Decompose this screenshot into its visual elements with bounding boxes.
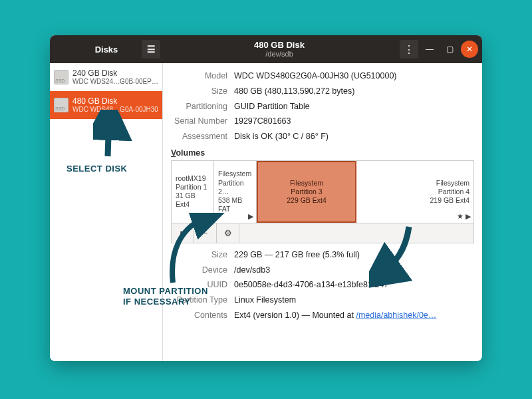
window-title: 480 GB Disk xyxy=(254,41,305,50)
main-panel: ModelWDC WDS480G2G0A-00JH30 (UG510000) S… xyxy=(163,63,482,361)
disk-item-model: WDC WDS48…G0A-00JH30 xyxy=(72,106,158,113)
disk-item-model: WDC WDS24…G0B-00EPW0 xyxy=(72,78,158,85)
label-contents: Contents xyxy=(171,309,234,322)
label-assessment: Assessment xyxy=(171,130,234,143)
contents-text: Ext4 (version 1.0) — Mounted at xyxy=(234,311,356,320)
ssd-icon: SSD xyxy=(54,98,68,112)
disk-item-text: 240 GB Disk WDC WDS24…G0B-00EPW0 xyxy=(72,69,158,85)
volume-part: Partition 1 xyxy=(176,183,209,192)
unmount-button[interactable]: ■ xyxy=(172,223,194,243)
label-model: Model xyxy=(171,70,234,82)
volume-toolbar: ■ − ⚙ xyxy=(171,223,474,243)
volume-size: 538 MB FAT xyxy=(218,196,252,213)
value-serial: 19297C801663 xyxy=(234,115,474,128)
kebab-icon: ⋮ xyxy=(404,43,414,56)
volume-name: Filesystem xyxy=(360,179,469,188)
disks-window: Disks ☰ 480 GB Disk /dev/sdb ⋮ — ▢ ✕ SSD… xyxy=(50,35,482,361)
mount-path-link[interactable]: /media/abhishek/0e… xyxy=(356,311,436,320)
ssd-icon: SSD xyxy=(54,70,68,84)
minus-icon: − xyxy=(203,228,208,238)
volume-partition-4[interactable]: Filesystem Partition 4 219 GB Ext4 ★ ▶ xyxy=(356,161,473,223)
value-assessment: Disk is OK (30° C / 86° F) xyxy=(234,130,474,143)
volumes-heading: Volumes xyxy=(171,148,474,158)
minimize-icon: — xyxy=(426,45,434,54)
titlebar: Disks ☰ 480 GB Disk /dev/sdb ⋮ — ▢ ✕ xyxy=(50,35,482,63)
delete-partition-button[interactable]: − xyxy=(194,223,217,243)
maximize-button[interactable]: ▢ xyxy=(441,41,458,58)
more-menu-button[interactable]: ⋮ xyxy=(400,40,418,59)
minimize-button[interactable]: — xyxy=(421,41,438,58)
stop-icon: ■ xyxy=(180,228,186,238)
value-contents: Ext4 (version 1.0) — Mounted at /media/a… xyxy=(234,309,474,322)
volume-name: rootMX19 xyxy=(176,174,209,183)
title-left: Disks ☰ xyxy=(50,35,163,63)
value-device: /dev/sdb3 xyxy=(234,264,474,277)
window-subtitle: /dev/sdb xyxy=(265,50,293,58)
volume-partition-2[interactable]: Filesystem Partition 2… 538 MB FAT ▶ xyxy=(214,161,257,223)
volume-star-nav[interactable]: ★ ▶ xyxy=(457,212,471,221)
value-uuid: 0e50058e-d4d3-4706-a134-e13bfe81f247 xyxy=(234,279,474,291)
volume-nav-right[interactable]: ▶ xyxy=(248,212,253,221)
volume-partition-3-selected[interactable]: Filesystem Partition 3 229 GB Ext4 xyxy=(257,161,356,223)
label-serial: Serial Number xyxy=(171,115,234,128)
app-title: Disks xyxy=(95,45,118,55)
disk-sidebar: SSD 240 GB Disk WDC WDS24…G0B-00EPW0 SSD… xyxy=(50,63,163,361)
content-area: SSD 240 GB Disk WDC WDS24…G0B-00EPW0 SSD… xyxy=(50,63,482,361)
label-size: Size xyxy=(171,85,234,98)
value-partitioning: GUID Partition Table xyxy=(234,100,474,113)
value-part-size: 229 GB — 217 GB free (5.3% full) xyxy=(234,249,474,261)
volume-name: Filesystem xyxy=(218,170,252,178)
disk-item-name: 240 GB Disk xyxy=(72,69,158,78)
annotation-select-disk: SELECT DISK xyxy=(66,164,127,174)
volume-partition-1[interactable]: rootMX19 Partition 1 31 GB Ext4 xyxy=(172,161,214,223)
hamburger-icon: ☰ xyxy=(147,44,156,55)
volume-size: 31 GB Ext4 xyxy=(176,192,209,209)
sidebar-disk-item[interactable]: SSD 240 GB Disk WDC WDS24…G0B-00EPW0 xyxy=(50,63,162,91)
value-part-type: Linux Filesystem xyxy=(234,294,474,307)
volume-map: rootMX19 Partition 1 31 GB Ext4 Filesyst… xyxy=(171,160,474,223)
value-size: 480 GB (480,113,590,272 bytes) xyxy=(234,85,474,98)
volume-size: 219 GB Ext4 xyxy=(360,196,469,205)
gear-icon: ⚙ xyxy=(224,228,232,238)
volume-part: Partition 3 xyxy=(262,188,351,196)
volume-part: Partition 4 xyxy=(360,188,469,196)
sidebar-disk-item-selected[interactable]: SSD 480 GB Disk WDC WDS48…G0A-00JH30 xyxy=(50,91,162,119)
label-device: Device xyxy=(171,264,234,277)
maximize-icon: ▢ xyxy=(446,45,454,54)
volume-part: Partition 2… xyxy=(218,179,252,196)
annotation-mount-partition: MOUNT PARTITION IF NECESSARY xyxy=(123,286,208,307)
volume-size: 229 GB Ext4 xyxy=(262,196,351,205)
title-center: 480 GB Disk /dev/sdb xyxy=(163,35,396,63)
close-button[interactable]: ✕ xyxy=(461,41,478,58)
label-partitioning: Partitioning xyxy=(171,100,234,113)
close-icon: ✕ xyxy=(466,45,473,54)
partition-settings-button[interactable]: ⚙ xyxy=(217,223,239,243)
hamburger-menu-button[interactable]: ☰ xyxy=(142,40,160,59)
disk-item-text: 480 GB Disk WDC WDS48…G0A-00JH30 xyxy=(72,97,158,113)
window-controls: ⋮ — ▢ ✕ xyxy=(396,35,482,63)
value-model: WDC WDS480G2G0A-00JH30 (UG510000) xyxy=(234,70,474,82)
volume-name: Filesystem xyxy=(262,179,351,188)
disk-item-name: 480 GB Disk xyxy=(72,97,158,106)
label-part-size: Size xyxy=(171,249,234,261)
